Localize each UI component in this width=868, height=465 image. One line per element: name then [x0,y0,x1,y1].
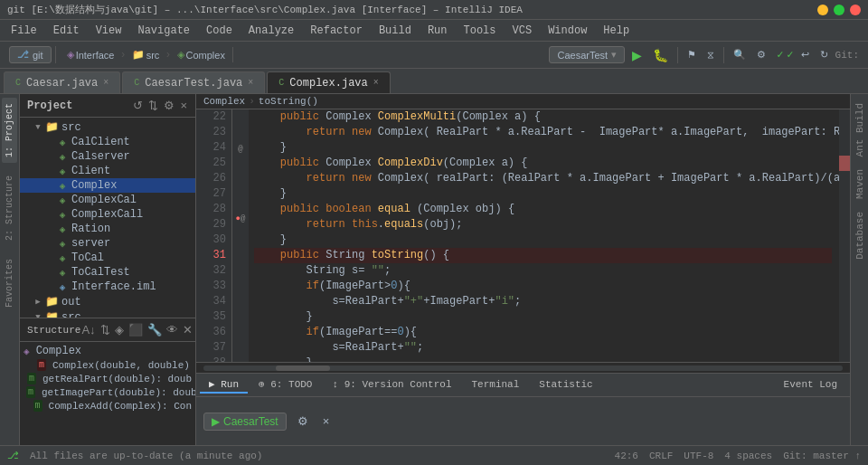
src-arrow: ▼ [33,123,42,132]
git-button[interactable]: ⎇ git [9,46,52,63]
caesartest-tab-close[interactable]: × [248,78,253,88]
tree-item-calserver[interactable]: ◈ Calserver [20,149,195,164]
git-branch[interactable]: Git: master ↑ [783,451,861,461]
complex-tab-close[interactable]: × [373,78,379,88]
tree-item-complexcal[interactable]: ◈ ComplexCal [20,193,195,207]
bottom-tab-run[interactable]: ▶ Run [200,376,248,394]
menu-tools[interactable]: Tools [457,23,504,39]
scrollbar-thumb[interactable] [276,365,330,371]
tree-item-server[interactable]: ◈ server [20,236,195,251]
complex-breadcrumb[interactable]: ◈ Complex [174,47,229,62]
tab-complex[interactable]: C Complex.java × [267,71,390,93]
database-tab[interactable]: Database [852,206,868,265]
bottom-tab-todo[interactable]: ⊕ 6: TODO [250,376,321,394]
bottom-tab-vcs[interactable]: ↕ 9: Version Control [323,377,460,394]
tab-caesar[interactable]: C Caesar.java × [4,71,120,93]
tree-item-src[interactable]: ▼ 📁 src [20,119,195,135]
favorites-vert-tab[interactable]: Favorites [2,253,17,313]
menu-build[interactable]: Build [372,23,419,39]
tree-item-tocaltest[interactable]: ◈ ToCalTest [20,265,195,280]
menu-code[interactable]: Code [199,23,240,39]
structure-item-complex[interactable]: ◈ Complex [20,344,195,358]
code-text-area[interactable]: public Complex ComplexMulti(Complex a) {… [249,109,839,362]
breadcrumb-tostring[interactable]: toString() [259,96,318,107]
menu-run[interactable]: Run [420,23,455,39]
maximize-button[interactable] [834,5,844,15]
line-numbers: 22 23 24 25 26 27 28 29 30 31 32 33 34 3… [196,109,232,362]
menu-window[interactable]: Window [541,23,594,39]
struct-method-icon1: m [27,373,36,384]
encoding[interactable]: UTF-8 [684,451,713,461]
project-sort-icon[interactable]: ⇅ [147,98,159,113]
title-bar-text: git [E:\数据结构与java\git] – ...\Interface\s… [7,3,523,16]
tree-item-src2[interactable]: ▼ 📁 src [20,309,195,318]
project-vert-tab[interactable]: 1: Project [2,98,17,163]
minimize-button[interactable] [817,5,828,15]
tree-item-ration[interactable]: ◈ Ration [20,222,195,236]
structure-item-complexadd[interactable]: m ComplexAdd(Complex): Con [20,399,195,413]
ant-build-tab[interactable]: Ant Build [852,98,868,162]
profile-button[interactable]: ⧖ [703,47,718,62]
structure-icon2[interactable]: ⬛ [127,322,144,337]
ln-24: 24 [202,140,226,156]
caesartest-tab-icon: C [134,78,139,88]
bottom-tab-statistic[interactable]: Statistic [530,377,601,394]
breadcrumb-complex[interactable]: Complex [203,96,245,107]
tab-caesartest[interactable]: C CaesarTest.java × [122,71,265,93]
horizontal-scrollbar[interactable] [196,362,850,373]
structure-vert-tab[interactable]: 2: Structure [2,170,17,246]
bottom-close-btn[interactable]: × [319,413,334,430]
structure-sort-type[interactable]: ⇅ [99,322,111,337]
tree-item-client[interactable]: ◈ Client [20,164,195,178]
gutter-23 [232,121,249,133]
caesartest-run-config[interactable]: CaesarTest ▾ [549,46,625,63]
bottom-tab-terminal[interactable]: Terminal [463,377,529,394]
structure-sort-alpha[interactable]: A↓ [80,322,96,337]
run-button[interactable]: ▶ [628,46,646,64]
coverage-button[interactable]: ⚑ [684,47,700,62]
tree-item-out[interactable]: ▶ 📁 out [20,294,195,309]
interface-breadcrumb[interactable]: ◈ Interface [63,47,118,62]
iml-icon: ◈ [56,281,69,293]
tree-item-complexcall[interactable]: ◈ ComplexCall [20,207,195,222]
project-sync-icon[interactable]: ↺ [132,98,144,113]
bottom-settings-btn[interactable]: ⚙ [294,413,312,430]
src-breadcrumb[interactable]: 📁 src [128,47,164,62]
structure-icon1[interactable]: ◈ [114,322,125,337]
menu-analyze[interactable]: Analyze [241,23,301,39]
git-update-button[interactable]: ↩ [797,47,813,62]
project-close-icon[interactable]: × [179,98,188,113]
menu-vcs[interactable]: VCS [505,23,540,39]
menu-navigate[interactable]: Navigate [130,23,197,39]
menu-edit[interactable]: Edit [46,23,87,39]
structure-icon5[interactable]: ✕ [182,322,193,337]
debug-button[interactable]: 🐛 [649,46,672,64]
close-button[interactable] [850,5,861,15]
code-line-33: if(ImagePart>0){ [254,279,832,294]
structure-icon4[interactable]: 👁 [165,322,179,337]
menu-refactor[interactable]: Refactor [303,23,370,39]
line-ending[interactable]: CRLF [649,451,673,461]
structure-item-constructor[interactable]: m Complex(double, double) [20,358,195,372]
structure-item-getimagepart[interactable]: m getImagePart(double): doub [20,385,195,399]
menu-help[interactable]: Help [596,23,637,39]
structure-icon3[interactable]: 🔧 [146,322,163,337]
tree-item-complex[interactable]: ◈ Complex [20,178,195,193]
caesar-tab-close[interactable]: × [103,78,108,88]
cursor-position[interactable]: 42:6 [615,451,638,461]
project-settings-icon[interactable]: ⚙ [163,98,175,113]
tree-item-calclient[interactable]: ◈ CalClient [20,135,195,149]
git-push-button[interactable]: ↻ [816,47,832,62]
maven-tab[interactable]: Maven [852,164,868,204]
search-everywhere[interactable]: 🔍 [730,47,750,62]
structure-item-getrealpart[interactable]: m getRealPart(double): doub [20,372,195,385]
run-caesartest-button[interactable]: ▶ CaesarTest [203,413,287,431]
code-editor[interactable]: 22 23 24 25 26 27 28 29 30 31 32 33 34 3… [196,109,850,362]
settings-button[interactable]: ⚙ [753,47,769,62]
indent[interactable]: 4 spaces [724,451,772,461]
menu-view[interactable]: View [89,23,129,39]
menu-file[interactable]: File [4,23,44,39]
tree-item-tocal[interactable]: ◈ ToCal [20,251,195,265]
tree-item-iml[interactable]: ◈ Interface.iml [20,280,195,294]
bottom-tab-eventlog[interactable]: Event Log [775,377,846,394]
